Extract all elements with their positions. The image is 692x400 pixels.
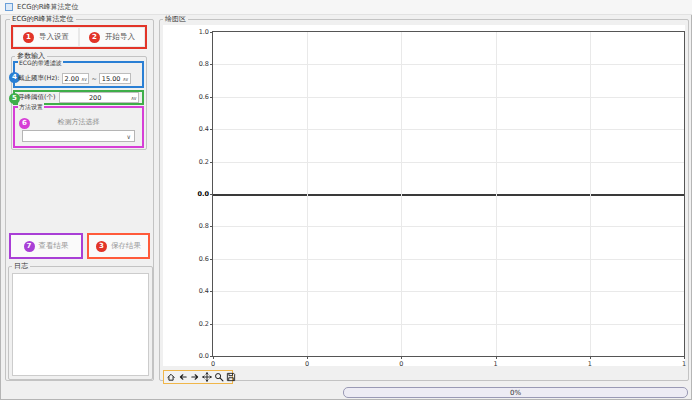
step-3-badge: 3 [96, 241, 107, 252]
back-icon[interactable] [178, 372, 188, 382]
chevron-down-icon: ∨ [127, 133, 131, 140]
import-settings-button[interactable]: 1 导入设置 [13, 27, 79, 47]
plot-canvas[interactable]: 1.00.80.60.40.20.00.80.60.40.20.0000111 [163, 25, 685, 366]
method-annotation-box: 方法设置 6 检测方法选择 ∨ [13, 106, 144, 148]
cutoff-low-value: 2.00 [65, 75, 79, 83]
save-results-label: 保存结果 [111, 241, 141, 251]
cutoff-high-value: 15.00 [102, 75, 121, 83]
view-results-button[interactable]: 7 查看结果 [9, 233, 83, 259]
plot-axes: 1.00.80.60.40.20.00.80.60.40.20.0000111 [212, 31, 685, 357]
x-tick-label: 1 [494, 360, 498, 368]
step-2-badge: 2 [89, 32, 100, 43]
start-import-button[interactable]: 2 开始导入 [79, 27, 145, 47]
y-tick-label: 0.6 [199, 255, 209, 263]
window-title: ECG的R峰算法定位 [17, 2, 79, 12]
plot-toolbar [163, 370, 233, 384]
bandpass-annotation-box: ECG的带通滤波 4 截止频率(Hz): 2.00 ∧∨ ~ 15.00 ∧∨ [13, 61, 144, 88]
step-7-badge: 7 [24, 241, 35, 252]
view-results-label: 查看结果 [39, 241, 69, 251]
y-tick-label: 0.2 [199, 158, 209, 166]
cutoff-frequency-label: 截止频率(Hz): [18, 74, 60, 83]
range-separator: ~ [91, 75, 96, 83]
import-settings-label: 导入设置 [39, 32, 69, 42]
method-select-label: 检测方法选择 [15, 117, 142, 127]
app-icon [5, 3, 13, 11]
step-1-badge: 1 [23, 32, 34, 43]
forward-icon[interactable] [190, 372, 200, 382]
x-tick-label: 1 [588, 360, 592, 368]
x-tick-label: 0 [211, 360, 215, 368]
main-left-group-title: ECG的R峰算法定位 [10, 15, 76, 23]
x-tick-label: 0 [305, 360, 309, 368]
plot-group-title: 绘图区 [163, 15, 188, 23]
x-tick-label: 1 [682, 360, 686, 368]
progress-value: 0% [510, 389, 521, 397]
import-buttons-annotation-box: 1 导入设置 2 开始导入 [11, 25, 147, 49]
x-tick-label: 0 [399, 360, 403, 368]
params-group-title: 参数输入 [15, 52, 47, 60]
zoom-icon[interactable] [214, 372, 224, 382]
pan-icon[interactable] [202, 372, 212, 382]
save-icon[interactable] [226, 372, 236, 382]
start-import-label: 开始导入 [105, 32, 135, 42]
y-tick-label: 0.6 [199, 93, 209, 101]
log-textarea[interactable] [12, 273, 149, 376]
log-group-title: 日志 [12, 262, 30, 270]
method-combobox[interactable]: ∨ [22, 130, 135, 142]
y-tick-label: 1.0 [199, 28, 209, 36]
y-tick-label: 0.8 [199, 60, 209, 68]
log-group [8, 266, 153, 380]
progress-bar: 0% [343, 387, 688, 398]
peak-threshold-value: 200 [62, 94, 129, 102]
home-icon[interactable] [166, 372, 176, 382]
method-group-title: 方法设置 [18, 103, 44, 112]
bandpass-group-title: ECG的带通滤波 [18, 59, 63, 68]
peak-threshold-spinbox[interactable]: 200 ∧∨ [59, 92, 139, 103]
cutoff-high-spinbox[interactable]: 15.00 ∧∨ [99, 73, 131, 84]
window-titlebar[interactable]: ECG的R峰算法定位 [0, 0, 692, 15]
y-tick-label: 0.2 [199, 320, 209, 328]
spinner-arrows-icon[interactable]: ∧∨ [81, 76, 86, 82]
plot-group: 1.00.80.60.40.20.00.80.60.40.20.0000111 [159, 19, 689, 381]
y-tick-label: 0.0 [197, 190, 209, 198]
y-tick-label: 0.8 [199, 222, 209, 230]
peak-threshold-label: 寻峰阈值(个) [18, 93, 56, 102]
spinner-arrows-icon[interactable]: ∧∨ [131, 95, 136, 101]
save-results-button[interactable]: 3 保存结果 [87, 233, 150, 259]
y-tick-label: 0.4 [199, 287, 209, 295]
spinner-arrows-icon[interactable]: ∧∨ [122, 76, 127, 82]
y-tick-label: 0.0 [199, 352, 209, 360]
y-tick-label: 0.4 [199, 125, 209, 133]
cutoff-low-spinbox[interactable]: 2.00 ∧∨ [62, 73, 90, 84]
